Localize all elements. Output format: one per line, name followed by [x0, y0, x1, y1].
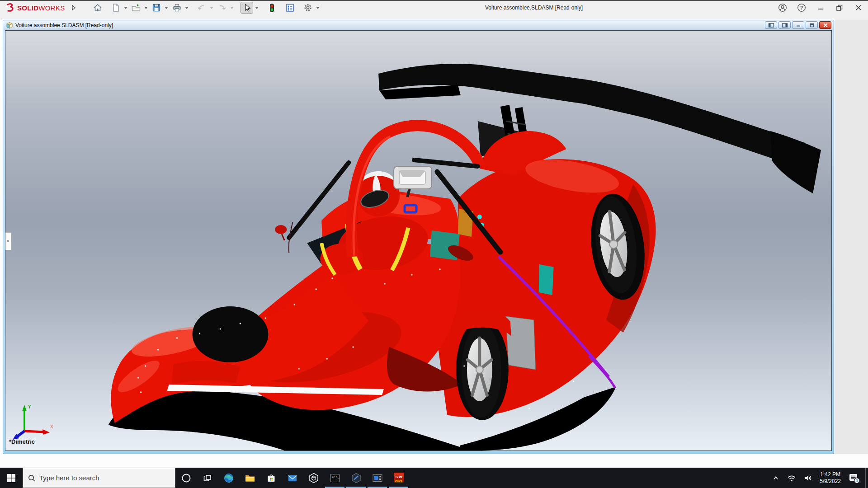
- taskbar-search[interactable]: [23, 468, 175, 488]
- open-button[interactable]: [130, 2, 142, 14]
- media-window-app-icon[interactable]: [367, 468, 388, 488]
- command-prompt-icon[interactable]: C:\_: [324, 468, 345, 488]
- action-center-icon[interactable]: 1: [844, 468, 863, 488]
- clock-time: 1:42 PM: [820, 471, 841, 478]
- status-area: [0, 454, 868, 468]
- print-dropdown[interactable]: [184, 2, 190, 14]
- doc-pane-right-button[interactable]: [778, 21, 791, 29]
- doc-minimize-button[interactable]: [792, 21, 804, 29]
- feature-tree-splitter-tab[interactable]: [5, 232, 11, 250]
- clock-date: 5/9/2022: [820, 478, 841, 485]
- select-tool-dropdown[interactable]: [254, 2, 260, 14]
- hexagon-app-icon[interactable]: [345, 468, 367, 488]
- system-tray: 1:42 PM 5/9/2022 1: [768, 468, 868, 488]
- brand-bold: SOLID: [17, 4, 38, 12]
- show-desktop-button[interactable]: [865, 468, 868, 488]
- wifi-icon[interactable]: [783, 468, 800, 488]
- rebuild-traffic-light-button[interactable]: [265, 2, 278, 14]
- cmd-prompt-text: C:\_: [332, 475, 340, 479]
- help-icon[interactable]: ?: [796, 2, 807, 14]
- brand-expander-icon[interactable]: [71, 5, 76, 10]
- search-icon: [28, 474, 36, 482]
- app-title: Voiture assomblee.SLDASM [Read-only]: [485, 1, 583, 14]
- close-button[interactable]: [853, 2, 864, 14]
- settings-dropdown[interactable]: [315, 2, 321, 14]
- home-button[interactable]: [91, 2, 104, 14]
- doc-pane-left-button[interactable]: [765, 21, 777, 29]
- doc-restore-button[interactable]: [806, 21, 818, 29]
- edge-browser-icon[interactable]: [218, 468, 239, 488]
- brand-light: WORKS: [38, 4, 65, 12]
- notification-badge-count: 1: [856, 478, 858, 483]
- document-titlebar[interactable]: Voiture assomblee.SLDASM [Read-only]: [3, 20, 834, 30]
- help-glyph: ?: [800, 5, 803, 10]
- undo-dropdown[interactable]: [209, 2, 215, 14]
- mdi-client-area: Voiture assomblee.SLDASM [Read-only]: [0, 20, 868, 468]
- task-view-button[interactable]: [197, 468, 218, 488]
- save-button[interactable]: [150, 2, 163, 14]
- new-document-button[interactable]: [109, 2, 122, 14]
- account-icon[interactable]: [777, 2, 788, 14]
- 3d-viewer-icon[interactable]: [303, 468, 324, 488]
- sw-year: 2021: [395, 479, 402, 483]
- new-document-dropdown[interactable]: [123, 2, 129, 14]
- windows-taskbar: C:\_ S W 2021 1:42 PM 5/9/2022: [0, 468, 868, 488]
- minimize-button[interactable]: [815, 2, 826, 14]
- document-window: Voiture assomblee.SLDASM [Read-only]: [3, 20, 834, 454]
- race-car-model[interactable]: [5, 31, 831, 450]
- settings-gear-button[interactable]: [302, 2, 314, 14]
- microsoft-store-icon[interactable]: [260, 468, 282, 488]
- restore-button[interactable]: [834, 2, 845, 14]
- tray-chevron-icon[interactable]: [768, 468, 783, 488]
- triad-y-label: Y: [28, 404, 31, 409]
- open-dropdown[interactable]: [143, 2, 149, 14]
- orientation-triad: Y X: [12, 403, 55, 441]
- taskbar-search-input[interactable]: [39, 474, 170, 482]
- dassault-logo-icon: [4, 2, 15, 13]
- app-titlebar: SOLIDWORKS: [0, 0, 868, 20]
- save-dropdown[interactable]: [164, 2, 170, 14]
- quick-access-toolbar: [91, 2, 321, 14]
- volume-icon[interactable]: [800, 468, 816, 488]
- triad-x-label: X: [50, 424, 53, 429]
- start-button[interactable]: [0, 468, 23, 488]
- sw-letters: S W: [395, 474, 402, 479]
- doc-close-button[interactable]: [819, 21, 831, 29]
- task-pane-collapsed-strip: [834, 20, 868, 454]
- brand-wordmark: SOLIDWORKS: [17, 4, 65, 12]
- undo-button[interactable]: [195, 2, 208, 14]
- view-orientation-label: *Dimetric: [9, 438, 35, 445]
- graphics-viewport[interactable]: Y X *Dimetric: [5, 30, 832, 451]
- taskbar-clock[interactable]: 1:42 PM 5/9/2022: [816, 471, 844, 485]
- options-list-button[interactable]: [283, 2, 296, 14]
- redo-button[interactable]: [216, 2, 228, 14]
- document-title: Voiture assomblee.SLDASM [Read-only]: [15, 22, 113, 28]
- select-tool-button[interactable]: [241, 2, 253, 14]
- file-explorer-icon[interactable]: [239, 468, 260, 488]
- assembly-document-icon: [6, 22, 13, 29]
- print-button[interactable]: [170, 2, 183, 14]
- solidworks-2021-app-icon[interactable]: S W 2021: [388, 468, 409, 488]
- mail-icon[interactable]: [282, 468, 303, 488]
- redo-dropdown[interactable]: [229, 2, 235, 14]
- solidworks-brand: SOLIDWORKS: [0, 2, 76, 13]
- cortana-button[interactable]: [175, 468, 197, 488]
